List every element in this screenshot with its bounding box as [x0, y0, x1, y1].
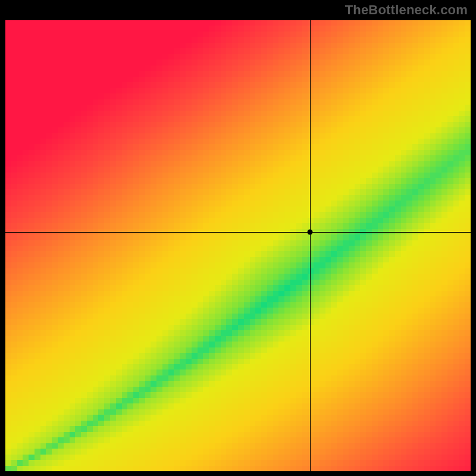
crosshair-horizontal [5, 232, 471, 233]
crosshair-point [308, 230, 313, 235]
chart-stage: TheBottleneck.com [0, 0, 476, 476]
crosshair-vertical [310, 20, 311, 471]
heatmap-canvas [5, 20, 471, 471]
watermark-text: TheBottleneck.com [345, 2, 468, 18]
